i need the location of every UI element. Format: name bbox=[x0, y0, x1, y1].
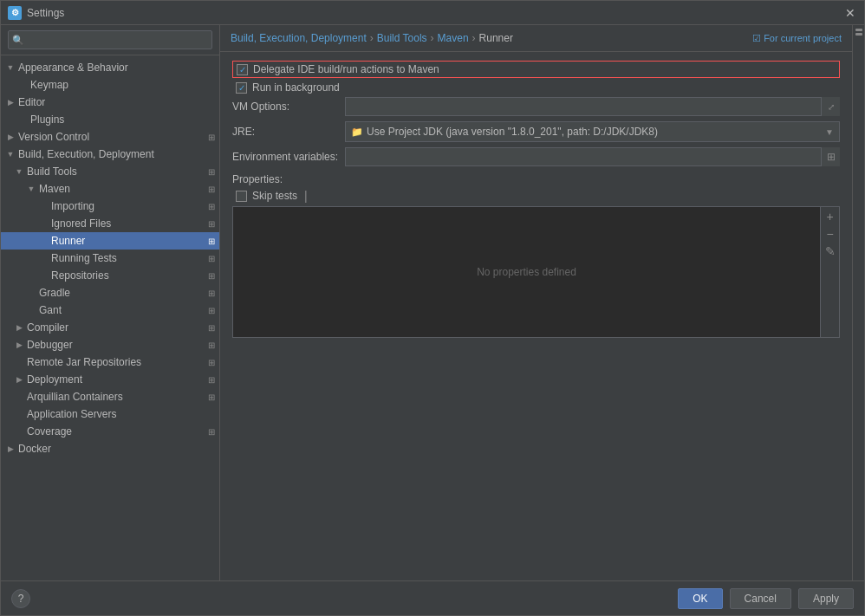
sidebar-item-build-exec[interactable]: ▼ Build, Execution, Deployment bbox=[1, 146, 219, 163]
sidebar-item-plugins[interactable]: ▶ Plugins bbox=[1, 111, 219, 128]
env-input-wrap: ⊞ bbox=[345, 147, 840, 166]
breadcrumb-maven[interactable]: Maven bbox=[438, 32, 469, 44]
close-button[interactable]: ✕ bbox=[843, 6, 857, 20]
sidebar-label-compiler: Compiler bbox=[25, 321, 205, 334]
jre-dropdown-arrow: ▼ bbox=[825, 127, 834, 137]
delegate-label: Delegate IDE build/run actions to Maven bbox=[253, 63, 439, 75]
sidebar-item-coverage[interactable]: ▶ Coverage ⊞ bbox=[1, 423, 219, 440]
sidebar-label-keymap: Keymap bbox=[29, 78, 219, 92]
sidebar-item-remote-jar[interactable]: ▶ Remote Jar Repositories ⊞ bbox=[1, 353, 219, 371]
search-wrapper: 🔍 bbox=[8, 30, 212, 49]
sidebar-item-version-control[interactable]: ▶ Version Control ⊞ bbox=[1, 128, 219, 146]
sidebar-tree: ▼ Appearance & Behavior ▶ Keymap ▶ Edito… bbox=[1, 55, 219, 580]
sidebar-item-ignored-files[interactable]: ▶ Ignored Files ⊞ bbox=[1, 215, 219, 232]
sidebar-label-debugger: Debugger bbox=[25, 338, 205, 352]
sidebar-item-deployment[interactable]: ▶ Deployment ⊞ bbox=[1, 371, 219, 388]
bottom-bar: ? OK Cancel Apply bbox=[1, 580, 864, 615]
ext-icon-importing: ⊞ bbox=[205, 202, 218, 211]
properties-section: Properties: Skip tests | No properties d… bbox=[232, 173, 840, 338]
delegate-checkbox[interactable] bbox=[237, 64, 248, 75]
right-edge bbox=[852, 25, 864, 580]
breadcrumb-build-exec[interactable]: Build, Execution, Deployment bbox=[231, 32, 367, 44]
jre-select[interactable]: 📁 Use Project JDK (java version "1.8.0_2… bbox=[345, 121, 840, 142]
sidebar-item-app-servers[interactable]: ▶ Application Servers bbox=[1, 405, 219, 423]
search-input[interactable] bbox=[8, 30, 212, 49]
sidebar-item-keymap[interactable]: ▶ Keymap bbox=[1, 76, 219, 94]
sidebar-item-importing[interactable]: ▶ Importing ⊞ bbox=[1, 198, 219, 215]
expand-arrow-debugger: ▶ bbox=[13, 339, 25, 351]
vm-options-input-wrap: ⤢ bbox=[345, 97, 840, 116]
sidebar-item-debugger[interactable]: ▶ Debugger ⊞ bbox=[1, 336, 219, 353]
sidebar-label-gradle: Gradle bbox=[37, 286, 205, 300]
for-project-link[interactable]: ☑ For current project bbox=[752, 33, 842, 44]
edit-property-btn[interactable]: ✎ bbox=[823, 243, 838, 259]
sidebar-item-maven[interactable]: ▼ Maven ⊞ bbox=[1, 180, 219, 198]
ext-icon-coverage: ⊞ bbox=[205, 427, 218, 437]
vm-options-input[interactable] bbox=[345, 97, 840, 116]
search-icon: 🔍 bbox=[12, 35, 24, 46]
sidebar-item-running-tests[interactable]: ▶ Running Tests ⊞ bbox=[1, 250, 219, 267]
sidebar-label-docker: Docker bbox=[16, 442, 219, 456]
breadcrumb-sep-1: › bbox=[370, 32, 374, 44]
sidebar-item-gant[interactable]: ▶ Gant ⊞ bbox=[1, 302, 219, 319]
sidebar-label-editor: Editor bbox=[16, 95, 219, 109]
sidebar-label-build-exec: Build, Execution, Deployment bbox=[16, 147, 219, 161]
expand-arrow-compiler: ▶ bbox=[13, 321, 25, 334]
skip-tests-label: Skip tests bbox=[252, 190, 297, 202]
help-button[interactable]: ? bbox=[11, 589, 30, 608]
main-panel: Build, Execution, Deployment › Build Too… bbox=[220, 25, 852, 580]
run-background-checkbox[interactable] bbox=[236, 82, 247, 94]
ext-icon-running-tests: ⊞ bbox=[205, 254, 218, 263]
edge-mark-2 bbox=[855, 33, 862, 36]
env-expand-btn[interactable]: ⊞ bbox=[821, 147, 840, 166]
sidebar-label-build-tools: Build Tools bbox=[25, 165, 205, 178]
sidebar-label-gant: Gant bbox=[37, 303, 205, 317]
ext-icon-compiler: ⊞ bbox=[205, 323, 218, 333]
sidebar-item-compiler[interactable]: ▶ Compiler ⊞ bbox=[1, 319, 219, 336]
ok-button[interactable]: OK bbox=[678, 588, 722, 609]
skip-tests-row: Skip tests | bbox=[232, 189, 840, 203]
ext-icon-debugger: ⊞ bbox=[205, 340, 218, 350]
run-background-label: Run in background bbox=[252, 81, 340, 94]
env-input[interactable] bbox=[345, 147, 840, 166]
cancel-button[interactable]: Cancel bbox=[730, 588, 791, 609]
add-property-btn[interactable]: + bbox=[823, 209, 838, 224]
sidebar-label-app-servers: Application Servers bbox=[25, 407, 219, 421]
vm-options-expand-btn[interactable]: ⤢ bbox=[821, 97, 840, 116]
breadcrumb-build-tools[interactable]: Build Tools bbox=[377, 32, 427, 44]
vm-options-row: VM Options: ⤢ bbox=[232, 97, 840, 116]
ext-icon-deployment: ⊞ bbox=[205, 375, 218, 385]
expand-arrow-editor: ▶ bbox=[4, 96, 16, 108]
sidebar-item-runner[interactable]: ▶ Runner ⊞ bbox=[1, 232, 219, 250]
title-bar-left: ⚙ Settings bbox=[8, 6, 64, 20]
env-label: Environment variables: bbox=[232, 151, 345, 163]
edge-mark-1 bbox=[855, 29, 862, 31]
sidebar-item-repositories[interactable]: ▶ Repositories ⊞ bbox=[1, 267, 219, 284]
sidebar-label-repos: Repositories bbox=[49, 269, 205, 282]
expand-arrow-build-exec: ▼ bbox=[4, 148, 16, 160]
sidebar-item-build-tools[interactable]: ▼ Build Tools ⊞ bbox=[1, 163, 219, 180]
remove-property-btn[interactable]: − bbox=[823, 226, 838, 242]
properties-label: Properties: bbox=[232, 173, 840, 185]
ext-icon-runner: ⊞ bbox=[205, 237, 218, 246]
sidebar-label-runner: Runner bbox=[49, 234, 205, 248]
jre-row: JRE: 📁 Use Project JDK (java version "1.… bbox=[232, 121, 840, 142]
sidebar-label-appearance: Appearance & Behavior bbox=[16, 61, 219, 75]
sidebar: 🔍 ▼ Appearance & Behavior ▶ Keymap bbox=[1, 25, 220, 580]
run-background-row: Run in background bbox=[232, 81, 840, 94]
env-row: Environment variables: ⊞ bbox=[232, 147, 840, 166]
sidebar-item-docker[interactable]: ▶ Docker bbox=[1, 440, 219, 457]
sidebar-item-gradle[interactable]: ▶ Gradle ⊞ bbox=[1, 284, 219, 302]
sidebar-label-coverage: Coverage bbox=[25, 425, 205, 438]
sidebar-item-appearance[interactable]: ▼ Appearance & Behavior bbox=[1, 59, 219, 76]
sidebar-label-importing: Importing bbox=[49, 199, 205, 213]
skip-tests-checkbox[interactable] bbox=[236, 191, 247, 202]
sidebar-item-arquillian[interactable]: ▶ Arquillian Containers ⊞ bbox=[1, 388, 219, 405]
sidebar-label-arquillian: Arquillian Containers bbox=[25, 390, 205, 404]
checkbox-icon-project: ☑ bbox=[752, 33, 761, 43]
apply-button[interactable]: Apply bbox=[798, 588, 854, 609]
expand-arrow-vc: ▶ bbox=[4, 131, 16, 143]
ext-icon-arquillian: ⊞ bbox=[205, 392, 218, 402]
sidebar-item-editor[interactable]: ▶ Editor bbox=[1, 94, 219, 111]
breadcrumb-runner: Runner bbox=[479, 32, 513, 44]
